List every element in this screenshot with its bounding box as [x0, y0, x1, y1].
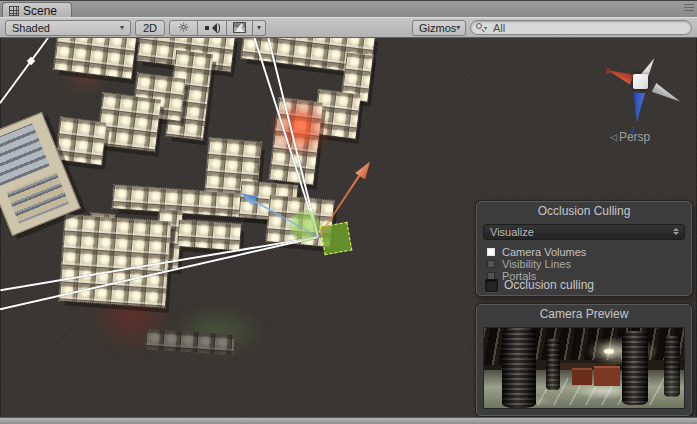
preview-pillar — [546, 339, 560, 390]
preview-pillar — [664, 336, 680, 397]
orientation-cube-icon[interactable] — [633, 74, 648, 89]
lighting-toggle-button[interactable]: ☼ — [169, 20, 198, 36]
tile-cluster[interactable] — [177, 220, 241, 250]
scene-view-window: Scene Shaded ▾ 2D ☼ — [0, 0, 697, 424]
2d-label: 2D — [143, 22, 157, 34]
occlusion-culling-panel: Occlusion Culling Visualize Camera Volum… — [476, 201, 692, 296]
audio-toggle-button[interactable] — [198, 20, 227, 36]
scene-toolbar: Shaded ▾ 2D ☼ ▾ G — [0, 17, 697, 38]
frustum-far-edge-line — [0, 38, 49, 104]
checkbox[interactable] — [487, 248, 495, 256]
persp-arrow-icon: ◁ — [610, 132, 617, 142]
option-visibility-lines[interactable]: Visibility Lines — [487, 258, 571, 270]
2d-toggle-button[interactable]: 2D — [135, 20, 165, 36]
visualize-label: Visualize — [490, 226, 534, 238]
dropdown-stepper-icon — [673, 228, 679, 235]
visualize-dropdown[interactable]: Visualize — [483, 224, 685, 240]
draw-mode-dropdown[interactable]: Shaded ▾ — [5, 20, 131, 36]
tile-cluster[interactable] — [54, 38, 137, 79]
gizmos-dropdown[interactable]: Gizmos ▾ — [412, 20, 466, 36]
camera-preview-panel: Camera Preview — [476, 304, 692, 416]
draw-mode-label: Shaded — [12, 22, 50, 34]
projection-label: Persp — [619, 130, 650, 144]
speaker-icon — [205, 23, 219, 33]
preview-crate — [594, 366, 620, 387]
scene-view-toggles: ☼ ▾ — [169, 20, 266, 36]
preview-crate — [572, 368, 592, 385]
window-bottom-edge[interactable] — [0, 417, 697, 424]
orientation-axis-z-icon[interactable] — [629, 92, 647, 123]
preview-lamp — [604, 349, 614, 354]
panel-menu-icon[interactable] — [684, 4, 694, 12]
option-camera-volumes[interactable]: Camera Volumes — [487, 246, 586, 258]
tab-scene-label: Scene — [23, 4, 57, 18]
effects-dropdown-button[interactable]: ▾ — [253, 20, 266, 36]
chevron-down-icon: ▾ — [257, 24, 261, 32]
scene-viewport[interactable]: x z ◁ Persp Occlusion Culling Visualize … — [0, 38, 697, 417]
option-label: Visibility Lines — [502, 258, 571, 270]
grid-icon — [9, 6, 19, 16]
gizmos-label: Gizmos — [419, 22, 456, 34]
tile-cluster[interactable] — [56, 117, 107, 164]
toggle-label: Occlusion culling — [504, 278, 594, 292]
tab-scene[interactable]: Scene — [2, 2, 72, 18]
orientation-axis-icon[interactable] — [651, 82, 684, 108]
sun-icon: ☼ — [178, 21, 190, 34]
option-label: Camera Volumes — [502, 246, 586, 258]
projection-toggle[interactable]: ◁ Persp — [610, 130, 650, 144]
magnifier-icon: ▾ — [476, 23, 486, 33]
effects-toggle-button[interactable] — [227, 20, 253, 36]
tile-cluster[interactable] — [97, 93, 161, 152]
axis-x-label: x — [605, 65, 611, 76]
camera-preview-image — [483, 327, 685, 409]
scene-search-field[interactable]: ▾ — [470, 20, 692, 35]
checkbox[interactable] — [487, 260, 495, 268]
occlusion-culling-toggle[interactable]: Occlusion culling — [485, 278, 594, 292]
tile-cluster-shadowed[interactable] — [145, 329, 234, 355]
preview-pillar — [622, 331, 648, 405]
tile-cluster[interactable] — [59, 214, 171, 307]
occlusion-panel-title: Occlusion Culling — [477, 202, 691, 221]
preview-pillar — [502, 328, 536, 408]
search-input[interactable] — [493, 22, 683, 34]
image-icon — [233, 22, 246, 33]
chevron-down-icon: ▾ — [120, 24, 124, 32]
checkbox[interactable] — [485, 279, 498, 292]
chevron-down-icon: ▾ — [456, 24, 460, 32]
camera-preview-title: Camera Preview — [477, 305, 691, 324]
tab-strip: Scene — [0, 0, 697, 17]
